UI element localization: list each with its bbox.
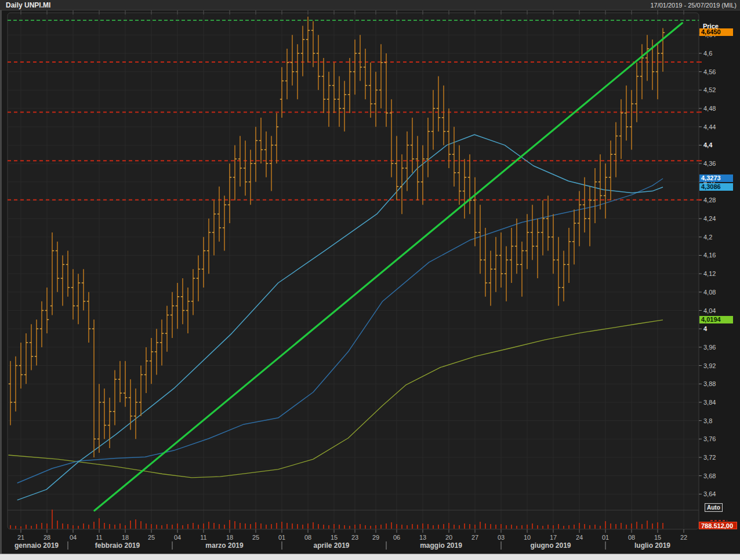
price-axis: 4,644,64,564,524,484,444,44,364,324,284,…: [699, 31, 716, 497]
ma-cyan-value-badge: 4,3086: [699, 183, 733, 191]
svg-text:23: 23: [351, 534, 358, 541]
svg-text:3,72: 3,72: [703, 454, 716, 461]
svg-text:3,88: 3,88: [703, 380, 716, 387]
svg-text:25: 25: [252, 534, 259, 541]
date-axis: 2128041118250411182501081523290613202703…: [14, 534, 687, 550]
svg-text:aprile 2019: aprile 2019: [313, 541, 349, 550]
svg-text:18: 18: [226, 534, 233, 541]
ma-steel-value-badge: 4,3273: [699, 174, 733, 182]
svg-text:24: 24: [576, 534, 583, 541]
svg-text:06: 06: [393, 534, 400, 541]
svg-text:4,12: 4,12: [703, 270, 716, 277]
svg-text:17: 17: [550, 534, 557, 541]
svg-text:4,36: 4,36: [703, 160, 716, 167]
svg-text:27: 27: [471, 534, 478, 541]
svg-text:3,76: 3,76: [703, 435, 716, 442]
svg-text:4,6: 4,6: [703, 50, 712, 57]
svg-text:4,24: 4,24: [703, 215, 716, 222]
svg-text:20: 20: [445, 534, 452, 541]
svg-text:febbraio 2019: febbraio 2019: [95, 541, 140, 550]
svg-text:11: 11: [96, 534, 102, 541]
svg-text:15: 15: [331, 534, 338, 541]
chart-canvas[interactable]: 4,644,64,564,524,484,444,44,364,324,284,…: [0, 0, 740, 560]
svg-text:3,68: 3,68: [703, 472, 716, 479]
svg-text:marzo 2019: marzo 2019: [205, 541, 244, 550]
svg-text:15: 15: [654, 534, 661, 541]
svg-text:gennaio 2019: gennaio 2019: [14, 541, 59, 550]
svg-text:29: 29: [372, 534, 379, 541]
last-volume-badge: 788.512,00: [699, 522, 737, 529]
last-price-badge: 4,6450: [699, 28, 733, 36]
svg-text:08: 08: [628, 534, 635, 541]
svg-text:3,84: 3,84: [703, 399, 716, 406]
svg-text:18: 18: [122, 534, 129, 541]
svg-text:maggio 2019: maggio 2019: [420, 541, 462, 550]
svg-text:4,48: 4,48: [703, 105, 716, 112]
svg-text:4: 4: [703, 325, 708, 332]
svg-text:01: 01: [602, 534, 609, 541]
svg-text:08: 08: [304, 534, 311, 541]
svg-text:21: 21: [17, 534, 24, 541]
auto-scale-button[interactable]: Auto: [705, 503, 723, 512]
svg-text:11: 11: [200, 534, 206, 541]
svg-text:25: 25: [148, 534, 155, 541]
svg-text:13: 13: [419, 534, 426, 541]
svg-text:4,52: 4,52: [703, 86, 716, 93]
svg-text:01: 01: [278, 534, 285, 541]
svg-text:4,4: 4,4: [703, 141, 713, 148]
svg-text:3,92: 3,92: [703, 362, 716, 369]
svg-text:4,04: 4,04: [703, 307, 716, 314]
svg-text:4,2: 4,2: [703, 234, 712, 241]
bottom-status-strip: [0, 554, 740, 560]
svg-text:4,28: 4,28: [703, 197, 716, 203]
svg-text:giugno 2019: giugno 2019: [530, 541, 571, 550]
svg-text:03: 03: [498, 534, 505, 541]
svg-text:4,16: 4,16: [703, 252, 716, 259]
chart-window: Daily UNPI.MI 17/01/2019 - 25/07/2019 (M…: [0, 0, 740, 560]
ma-olive-value-badge: 4,0194: [699, 316, 733, 323]
svg-text:3,8: 3,8: [703, 417, 712, 424]
svg-text:04: 04: [70, 534, 77, 541]
svg-text:luglio 2019: luglio 2019: [634, 541, 670, 550]
svg-text:22: 22: [680, 534, 687, 541]
svg-text:10: 10: [524, 534, 531, 541]
svg-text:4,08: 4,08: [703, 289, 716, 296]
svg-text:3,64: 3,64: [703, 490, 716, 497]
svg-text:4,56: 4,56: [703, 68, 716, 75]
svg-text:4,44: 4,44: [703, 123, 716, 130]
svg-text:28: 28: [43, 534, 50, 541]
svg-text:3,96: 3,96: [703, 344, 716, 351]
svg-text:04: 04: [174, 534, 181, 541]
